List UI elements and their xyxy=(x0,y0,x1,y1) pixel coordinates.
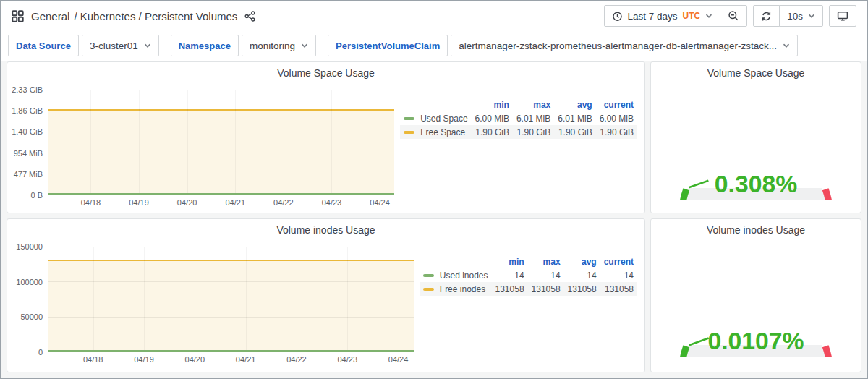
gridline-vertical xyxy=(235,90,236,195)
gauge: 0.308% xyxy=(651,80,861,200)
gridline-vertical xyxy=(90,90,91,195)
y-tick-label: 2.33 GiB xyxy=(12,85,43,94)
legend-stat-value: 131058 xyxy=(600,282,637,296)
legend-series-name[interactable]: Used Space xyxy=(400,111,471,125)
chevron-down-icon xyxy=(808,14,815,19)
variable-dropdown[interactable]: alertmanager-zstack-prometheus-alertmana… xyxy=(451,35,798,56)
legend-series-label[interactable]: Used inodes xyxy=(440,271,488,281)
legend-column-header[interactable]: min xyxy=(472,98,513,111)
legend-stat-value: 14 xyxy=(600,268,637,282)
breadcrumb-folder[interactable]: General xyxy=(31,10,69,22)
variable-label[interactable]: Namespace xyxy=(171,35,239,56)
legend-column-header[interactable]: current xyxy=(600,255,637,268)
legend-stat-value: 14 xyxy=(528,268,564,282)
plot-area[interactable]: 04/1804/1904/2004/2104/2204/2304/24 xyxy=(48,247,414,352)
gridline-horizontal xyxy=(48,111,394,111)
legend-series-label[interactable]: Used Space xyxy=(420,114,467,124)
gauge-value: 0.0107% xyxy=(707,327,804,354)
time-range-label: Last 7 days xyxy=(628,11,678,22)
legend-series-label[interactable]: Free inodes xyxy=(440,284,485,294)
legend-stat-value: 6.00 MiB xyxy=(472,111,513,125)
refresh-interval-label: 10s xyxy=(787,11,803,22)
legend-column-header[interactable]: max xyxy=(513,98,554,111)
time-range-button[interactable]: Last 7 days UTC xyxy=(604,5,721,27)
gridline-horizontal xyxy=(48,174,394,174)
x-tick-label: 04/23 xyxy=(337,355,357,364)
legend-table: minmaxavgcurrentUsed Space6.00 MiB6.01 M… xyxy=(394,84,639,195)
series-line-used xyxy=(48,193,394,195)
chevron-down-icon xyxy=(144,43,151,48)
panel-volume-inodes-usage-gauge: Volume inodes Usage 0.0107% xyxy=(650,218,861,372)
x-tick-label: 04/19 xyxy=(129,198,149,207)
gridline-vertical xyxy=(380,90,380,195)
variable-dropdown[interactable]: 3-cluster01 xyxy=(82,35,159,56)
y-axis: 150000100000500000 xyxy=(12,247,48,352)
breadcrumb[interactable]: General / Kubernetes / Persistent Volume… xyxy=(31,10,237,22)
gridline-horizontal xyxy=(48,281,414,282)
y-tick-label: 1.86 GiB xyxy=(12,106,43,115)
gridline-horizontal xyxy=(48,317,414,318)
panel-volume-space-usage-graph: Volume Space Usage 2.33 GiB1.86 GiB1.40 … xyxy=(7,61,645,213)
gridline-vertical xyxy=(331,90,332,195)
gridline-vertical xyxy=(246,247,247,352)
series-area-free xyxy=(48,260,414,352)
plot-area[interactable]: 04/1804/1904/2004/2104/2204/2304/24 xyxy=(48,90,394,195)
variable: Data Source3-cluster01 xyxy=(8,35,159,56)
legend-stat-value: 14 xyxy=(564,268,600,282)
chevron-down-icon xyxy=(783,43,790,48)
legend-column-header[interactable]: current xyxy=(596,98,637,111)
legend-column-header[interactable]: avg xyxy=(554,98,595,111)
legend-stat-value: 1.90 GiB xyxy=(472,125,513,139)
legend: minmaxavgcurrentUsed inodes14141414Free … xyxy=(420,255,637,296)
gridline-horizontal xyxy=(48,90,394,90)
legend-row: Used inodes14141414 xyxy=(420,268,637,282)
refresh-interval-button[interactable]: 10s xyxy=(779,5,823,27)
legend-series-label[interactable]: Free Space xyxy=(420,127,465,137)
variable-dropdown[interactable]: monitoring xyxy=(242,35,316,56)
y-tick-label: 954 MiB xyxy=(14,149,43,158)
gridline-horizontal xyxy=(48,247,414,247)
chevron-down-icon xyxy=(705,14,712,19)
variable-label[interactable]: Data Source xyxy=(8,35,79,56)
timeseries-chart: 150000100000500000 04/1804/1904/2004/210… xyxy=(12,241,414,352)
legend-stat-value: 1.90 GiB xyxy=(596,125,637,139)
variable-label[interactable]: PersistentVolumeClaim xyxy=(328,35,448,56)
y-tick-label: 50000 xyxy=(20,312,43,321)
variable: PersistentVolumeClaimalertmanager-zstack… xyxy=(328,35,798,56)
breadcrumb-dashboard[interactable]: / Kubernetes / Persistent Volumes xyxy=(74,10,237,22)
legend-series-name[interactable]: Used inodes xyxy=(420,268,492,282)
legend-column-header[interactable]: min xyxy=(492,255,528,268)
panel-title[interactable]: Volume inodes Usage xyxy=(651,219,861,237)
share-alt-icon[interactable] xyxy=(244,11,255,22)
panel-title[interactable]: Volume inodes Usage xyxy=(7,219,644,237)
gridline-horizontal xyxy=(48,195,394,195)
gauge-needle xyxy=(689,181,708,187)
legend-series-name[interactable]: Free inodes xyxy=(420,282,492,296)
apps-grid-icon[interactable] xyxy=(12,10,24,22)
panel-title[interactable]: Volume Space Usage xyxy=(651,62,861,80)
x-tick-label: 04/22 xyxy=(273,198,294,207)
legend-stat-value: 1.90 GiB xyxy=(513,125,554,139)
legend-column-header[interactable]: max xyxy=(528,255,564,268)
legend-series-name[interactable]: Free Space xyxy=(400,125,471,139)
legend-row: Used Space6.00 MiB6.01 MiB6.01 MiB6.00 M… xyxy=(400,111,637,125)
series-color-dash xyxy=(404,117,414,120)
cycle-view-button[interactable] xyxy=(829,5,856,27)
x-tick-label: 04/18 xyxy=(81,198,101,207)
x-tick-label: 04/21 xyxy=(236,355,256,364)
panel-title[interactable]: Volume Space Usage xyxy=(7,62,644,80)
y-tick-label: 100000 xyxy=(16,278,43,286)
y-tick-label: 0 xyxy=(38,348,43,357)
grafana-dashboard: General / Kubernetes / Persistent Volume… xyxy=(0,0,868,379)
legend-stat-value: 14 xyxy=(492,268,528,282)
legend-column-header[interactable]: avg xyxy=(564,255,600,268)
time-zoom-out-button[interactable] xyxy=(720,5,747,27)
legend-header-spacer xyxy=(420,255,492,268)
x-tick-label: 04/24 xyxy=(370,198,390,207)
y-tick-label: 1.40 GiB xyxy=(12,127,43,136)
gridline-vertical xyxy=(195,247,195,352)
legend-row: Free inodes131058131058131058131058 xyxy=(420,282,637,296)
refresh-button[interactable] xyxy=(753,5,780,27)
legend-stat-value: 6.01 MiB xyxy=(554,111,595,125)
legend-stat-value: 131058 xyxy=(528,282,564,296)
